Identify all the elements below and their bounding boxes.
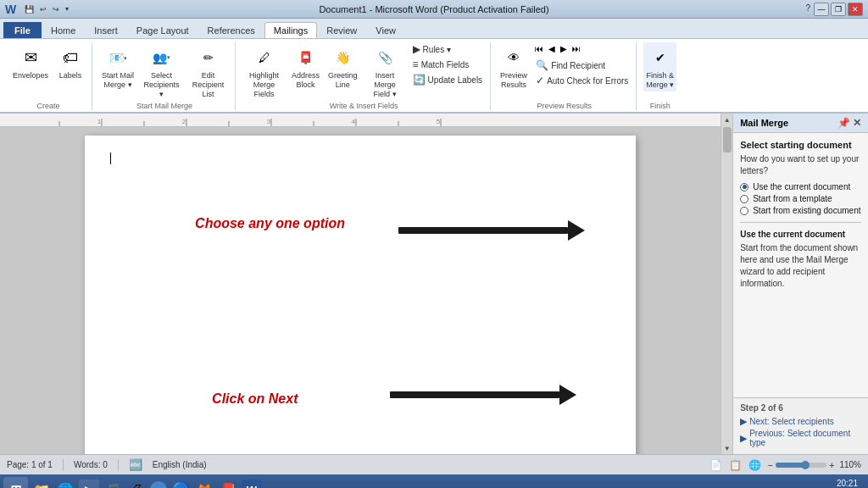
greeting-line-label: GreetingLine	[328, 71, 358, 90]
preview-results-button[interactable]: 👁 PreviewResults	[498, 42, 530, 92]
taskbar-icon-word[interactable]: W	[242, 480, 262, 488]
find-recipient-button[interactable]: 🔍Find Recipient	[533, 58, 631, 72]
tab-review[interactable]: Review	[317, 22, 366, 38]
tab-page-layout[interactable]: Page Layout	[127, 22, 198, 38]
taskbar-icon-firefox[interactable]: 🦊	[194, 480, 214, 488]
nav-next-btn[interactable]: ▶	[559, 42, 569, 55]
view-full-btn[interactable]: 📋	[729, 459, 742, 471]
mm-prev-arrow-icon: ▶	[740, 433, 747, 444]
tab-file[interactable]: File	[3, 22, 42, 38]
preview-results-label-grp: Preview Results	[537, 100, 592, 110]
tab-references[interactable]: References	[198, 22, 264, 38]
labels-label: Labels	[59, 71, 82, 80]
start-mail-merge-button[interactable]: 📧▾ Start MailMerge ▾	[99, 42, 136, 92]
mm-header-controls: 📌 ✕	[837, 117, 861, 129]
mail-merge-panel: Mail Merge 📌 ✕ Select starting document …	[732, 114, 868, 454]
taskbar-icon-blue[interactable]	[150, 481, 167, 488]
left-panel: 1 2 3 4 5 Choose any one option	[0, 114, 721, 454]
mm-pin-btn[interactable]: 📌	[837, 117, 850, 129]
zoom-out-btn[interactable]: −	[768, 460, 773, 470]
document-page[interactable]: Choose any one option Click on Next	[85, 136, 636, 454]
redo-quick-btn[interactable]: ↪	[51, 4, 61, 14]
nav-first-btn[interactable]: ⏮	[533, 42, 545, 55]
insert-merge-field-button[interactable]: 📎 Insert MergeField ▾	[364, 42, 407, 100]
nav-prev-btn[interactable]: ◀	[547, 42, 557, 55]
scroll-thumb[interactable]	[723, 127, 732, 152]
rules-button[interactable]: ▶Rules ▾	[410, 42, 486, 56]
view-normal-btn[interactable]: 📄	[709, 459, 722, 471]
mm-radio-template[interactable]	[740, 195, 748, 203]
taskbar-icon-acrobat[interactable]: 📕	[218, 480, 238, 488]
mm-section2-title: Use the current document	[740, 230, 861, 239]
zoom-control[interactable]: − + 110%	[768, 460, 861, 470]
mm-option-existing-doc[interactable]: Start from existing document	[740, 206, 861, 215]
envelopes-button[interactable]: ✉ Envelopes	[10, 42, 51, 82]
taskbar-icon-media[interactable]: ▶	[79, 480, 99, 488]
annotation-choose-option: Choose any one option	[195, 216, 345, 231]
auto-check-errors-button[interactable]: ✓Auto Check for Errors	[533, 74, 631, 87]
words-indicator: Words: 0	[74, 460, 108, 469]
customize-quick-btn[interactable]: ▾	[64, 4, 70, 14]
arrow-choose-option	[398, 220, 585, 241]
close-btn[interactable]: ✕	[848, 3, 863, 16]
mm-next-link[interactable]: ▶ Next: Select recipients	[740, 416, 861, 427]
select-recipients-button[interactable]: 👥▾ SelectRecipients ▾	[140, 42, 183, 100]
svg-text:4: 4	[352, 118, 356, 125]
labels-button[interactable]: 🏷 Labels	[54, 42, 86, 82]
start-mail-merge-icon: 📧▾	[104, 44, 131, 71]
insert-merge-icon: 📎	[371, 44, 398, 71]
tab-view[interactable]: View	[366, 22, 405, 38]
highlight-merge-fields-button[interactable]: 🖊 HighlightMerge Fields	[242, 42, 286, 100]
mm-prev-link[interactable]: ▶ Previous: Select document type	[740, 429, 861, 447]
restore-btn[interactable]: ❐	[831, 3, 846, 16]
update-labels-button[interactable]: 🔄Update Labels	[410, 73, 486, 86]
tab-home[interactable]: Home	[42, 22, 85, 38]
start-mail-merge-label: Start MailMerge ▾	[102, 71, 134, 90]
language-indicator: English (India)	[153, 460, 207, 469]
zoom-fill	[776, 463, 804, 468]
taskbar-icon-cam[interactable]: 🎵	[103, 480, 123, 488]
scroll-up-arrow[interactable]: ▲	[721, 114, 733, 125]
mm-option-current-doc[interactable]: Use the current document	[740, 182, 861, 191]
greeting-line-button[interactable]: 👋 GreetingLine	[326, 42, 360, 92]
edit-recipient-list-button[interactable]: ✏ EditRecipient List	[186, 42, 230, 100]
mm-option-template[interactable]: Start from a template	[740, 194, 861, 203]
view-web-btn[interactable]: 🌐	[748, 459, 761, 471]
start-button[interactable]: ⊞	[3, 477, 28, 488]
match-fields-button[interactable]: ≡Match Fields	[410, 58, 486, 71]
taskbar-icon-hp[interactable]: 🖨	[126, 480, 147, 488]
nav-last-btn[interactable]: ⏭	[570, 42, 582, 55]
spell-check-icon[interactable]: 🔤	[129, 458, 142, 471]
ribbon-group-finish: ✔ Finish &Merge ▾ Finish	[638, 42, 682, 110]
mm-radio-existing-doc[interactable]	[740, 207, 748, 215]
zoom-thumb[interactable]	[801, 461, 810, 469]
finish-group-label: Finish	[650, 100, 670, 110]
taskbar-icon-browser[interactable]: 🌐	[55, 480, 75, 488]
tab-mailings[interactable]: Mailings	[264, 22, 317, 38]
finish-merge-button[interactable]: ✔ Finish &Merge ▾	[643, 42, 676, 92]
minimize-btn[interactable]: —	[814, 3, 829, 16]
write-insert-small-group: ▶Rules ▾ ≡Match Fields 🔄Update Labels	[410, 42, 486, 86]
taskbar-icon-chrome[interactable]: 🔵	[170, 480, 191, 488]
tab-insert[interactable]: Insert	[85, 22, 127, 38]
mm-close-btn[interactable]: ✕	[853, 117, 861, 129]
status-sep1	[63, 459, 64, 471]
undo-quick-btn[interactable]: ↩	[38, 4, 48, 14]
scroll-down-arrow[interactable]: ▼	[721, 442, 733, 454]
title-left: W 💾 ↩ ↪ ▾	[5, 3, 70, 16]
zoom-in-btn[interactable]: +	[829, 460, 834, 470]
zoom-slider[interactable]	[776, 463, 826, 468]
horizontal-ruler: 1 2 3 4 5	[0, 114, 721, 127]
help-btn[interactable]: ?	[804, 3, 812, 16]
ribbon-group-write-insert: 🖊 HighlightMerge Fields 📮 AddressBlock 👋…	[237, 42, 491, 110]
document-scroll-area[interactable]: Choose any one option Click on Next	[0, 127, 721, 454]
address-block-button[interactable]: 📮 AddressBlock	[289, 42, 322, 92]
taskbar-icon-explorer[interactable]: 📁	[31, 480, 52, 488]
save-quick-btn[interactable]: 💾	[23, 4, 36, 14]
svg-text:3: 3	[267, 118, 271, 125]
write-insert-label: Write & Insert Fields	[330, 100, 398, 110]
vertical-scrollbar[interactable]: ▲ ▼	[721, 114, 732, 454]
mm-section2-desc: Start from the document shown here and u…	[740, 242, 861, 290]
mm-radio-current-doc[interactable]	[740, 183, 748, 191]
arrow-click-next	[390, 385, 576, 405]
